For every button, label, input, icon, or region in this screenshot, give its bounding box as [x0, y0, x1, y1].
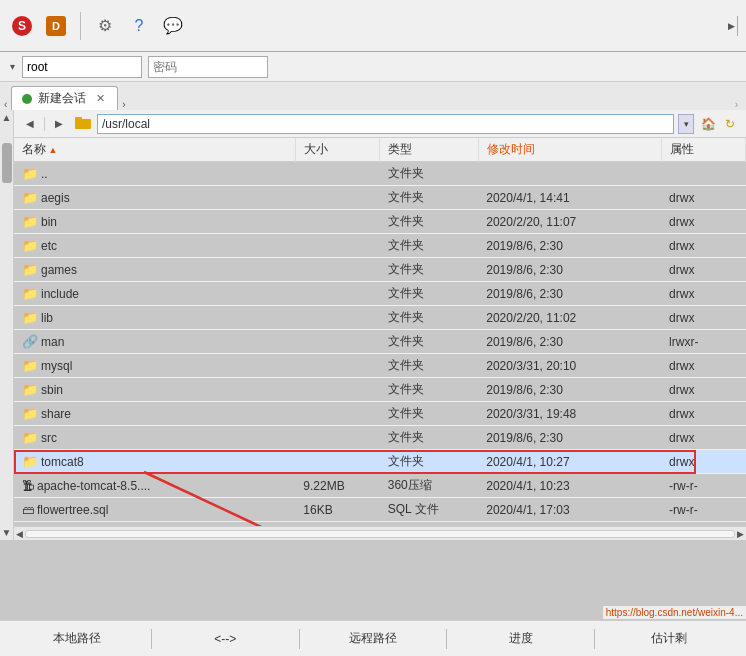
file-name-cell[interactable]: 📁aegis: [14, 186, 295, 210]
col-name[interactable]: 名称: [14, 138, 295, 162]
status-divider-4: [594, 629, 595, 649]
file-type-cell: 文件夹: [380, 210, 478, 234]
tab-left-arrow[interactable]: ‹: [4, 99, 7, 110]
table-row[interactable]: 📁src文件夹2019/8/6, 2:30drwx: [14, 426, 746, 450]
forward-button[interactable]: ▶: [49, 114, 69, 134]
tab-new-session[interactable]: 新建会话 ✕: [11, 86, 118, 110]
scroll-right-arrow[interactable]: ▶: [726, 16, 738, 36]
path-action-icons: 🏠 ↻: [698, 114, 740, 134]
table-row[interactable]: 📁games文件夹2019/8/6, 2:30drwx: [14, 258, 746, 282]
help-icon[interactable]: ?: [125, 12, 153, 40]
scroll-thumb[interactable]: [2, 143, 12, 183]
path-input[interactable]: [97, 114, 674, 134]
main-panel: ▲ ▼ ◀ ▶ ▾ 🏠 ↻: [0, 110, 746, 540]
file-name-cell[interactable]: 📁mysql: [14, 354, 295, 378]
logo-icon-1[interactable]: S: [8, 12, 36, 40]
folder-icon-path: [75, 115, 91, 132]
table-row[interactable]: 🗃flowertree.sql16KBSQL 文件2020/4/1, 17:03…: [14, 498, 746, 522]
file-attr-cell: drwx: [661, 234, 745, 258]
svg-text:S: S: [18, 19, 26, 33]
tab-right-arrow[interactable]: ›: [122, 99, 125, 110]
refresh-button[interactable]: ↻: [720, 114, 740, 134]
col-type[interactable]: 类型: [380, 138, 478, 162]
file-name-cell[interactable]: 📁sbin: [14, 378, 295, 402]
file-type-cell: 文件夹: [380, 450, 478, 474]
file-name-cell[interactable]: 📁games: [14, 258, 295, 282]
table-row[interactable]: 📁include文件夹2019/8/6, 2:30drwx: [14, 282, 746, 306]
file-size-cell: [295, 450, 379, 474]
table-row[interactable]: 📁aegis文件夹2020/4/1, 14:41drwx: [14, 186, 746, 210]
file-size-cell: [295, 306, 379, 330]
addr-dropdown-arrow[interactable]: ▾: [8, 59, 16, 75]
top-toolbar: S D ⚙ ? 💬 ▶: [0, 0, 746, 52]
table-row[interactable]: 📁sbin文件夹2019/8/6, 2:30drwx: [14, 378, 746, 402]
file-size-cell: [295, 402, 379, 426]
file-type-cell: 360压缩: [380, 474, 478, 498]
file-name-cell[interactable]: 🗜apache-tomcat-8.5....: [14, 474, 295, 498]
file-size-cell: [295, 258, 379, 282]
tab-right-extra: ›: [735, 99, 742, 110]
progress-label: 进度: [451, 630, 590, 647]
file-name-cell[interactable]: 📁..: [14, 162, 295, 186]
col-modified[interactable]: 修改时间: [478, 138, 661, 162]
host-input[interactable]: [22, 56, 142, 78]
password-input[interactable]: [148, 56, 268, 78]
file-attr-cell: drwx: [661, 258, 745, 282]
file-modified-cell: 2019/8/6, 2:30: [478, 378, 661, 402]
file-modified-cell: 2019/8/6, 2:30: [478, 426, 661, 450]
file-name-cell[interactable]: 📁etc: [14, 234, 295, 258]
file-type-cell: 文件夹: [380, 306, 478, 330]
file-name-cell[interactable]: 📁lib: [14, 306, 295, 330]
table-row[interactable]: 📁bin文件夹2020/2/20, 11:07drwx: [14, 210, 746, 234]
file-name-cell[interactable]: 📁share: [14, 402, 295, 426]
table-row[interactable]: 🔗man文件夹2019/8/6, 2:30lrwxr-: [14, 330, 746, 354]
status-divider-2: [299, 629, 300, 649]
file-attr-cell: drwx: [661, 402, 745, 426]
home-button[interactable]: 🏠: [698, 114, 718, 134]
svg-rect-5: [75, 117, 82, 121]
file-list: 名称 大小 类型 修改时间 属性 📁..文件夹📁aegis文件夹2020/4/1…: [14, 138, 746, 526]
col-attr[interactable]: 属性: [661, 138, 745, 162]
table-row[interactable]: 📁tomcat8文件夹2020/4/1, 10:27drwx: [14, 450, 746, 474]
message-icon[interactable]: 💬: [159, 12, 187, 40]
file-modified-cell: 2019/8/6, 2:30: [478, 330, 661, 354]
file-name-cell[interactable]: 📁tomcat8: [14, 450, 295, 474]
file-size-cell: [295, 354, 379, 378]
right-panel: ◀ ▶ ▾ 🏠 ↻ 名称 大小: [14, 110, 746, 540]
file-name-cell[interactable]: 🗃flowertree.sql: [14, 498, 295, 522]
file-attr-cell: drwx: [661, 282, 745, 306]
file-size-cell: [295, 210, 379, 234]
file-name-cell[interactable]: 📁bin: [14, 210, 295, 234]
back-button[interactable]: ◀: [20, 114, 40, 134]
remote-path-label: 远程路径: [304, 630, 443, 647]
transfer-arrow: <-->: [156, 632, 295, 646]
table-row[interactable]: 📁..文件夹: [14, 162, 746, 186]
file-modified-cell: 2020/4/1, 14:41: [478, 186, 661, 210]
file-modified-cell: [478, 162, 661, 186]
file-attr-cell: drwx: [661, 354, 745, 378]
col-size[interactable]: 大小: [295, 138, 379, 162]
logo-icon-2[interactable]: D: [42, 12, 70, 40]
file-name-cell[interactable]: 📁include: [14, 282, 295, 306]
table-row[interactable]: 🗜apache-tomcat-8.5....9.22MB360压缩2020/4/…: [14, 474, 746, 498]
tab-close-button[interactable]: ✕: [96, 92, 105, 105]
table-row[interactable]: 📁share文件夹2020/3/31, 19:48drwx: [14, 402, 746, 426]
table-row[interactable]: 📁etc文件夹2019/8/6, 2:30drwx: [14, 234, 746, 258]
left-scrollbar[interactable]: ▲ ▼: [0, 110, 14, 540]
settings-icon[interactable]: ⚙: [91, 12, 119, 40]
svg-text:D: D: [52, 20, 60, 32]
table-row[interactable]: 📁lib文件夹2020/2/20, 11:02drwx: [14, 306, 746, 330]
file-attr-cell: drwx: [661, 186, 745, 210]
file-type-cell: 文件夹: [380, 282, 478, 306]
file-size-cell: 16KB: [295, 498, 379, 522]
file-modified-cell: 2019/8/6, 2:30: [478, 234, 661, 258]
file-name-cell[interactable]: 🔗man: [14, 330, 295, 354]
file-type-cell: 文件夹: [380, 186, 478, 210]
file-attr-cell: drwx: [661, 450, 745, 474]
file-modified-cell: 2020/2/20, 11:07: [478, 210, 661, 234]
file-table: 名称 大小 类型 修改时间 属性 📁..文件夹📁aegis文件夹2020/4/1…: [14, 138, 746, 522]
path-dropdown-btn[interactable]: ▾: [678, 114, 694, 134]
horizontal-scrollbar[interactable]: ◀ ▶: [14, 526, 746, 540]
table-row[interactable]: 📁mysql文件夹2020/3/31, 20:10drwx: [14, 354, 746, 378]
file-name-cell[interactable]: 📁src: [14, 426, 295, 450]
